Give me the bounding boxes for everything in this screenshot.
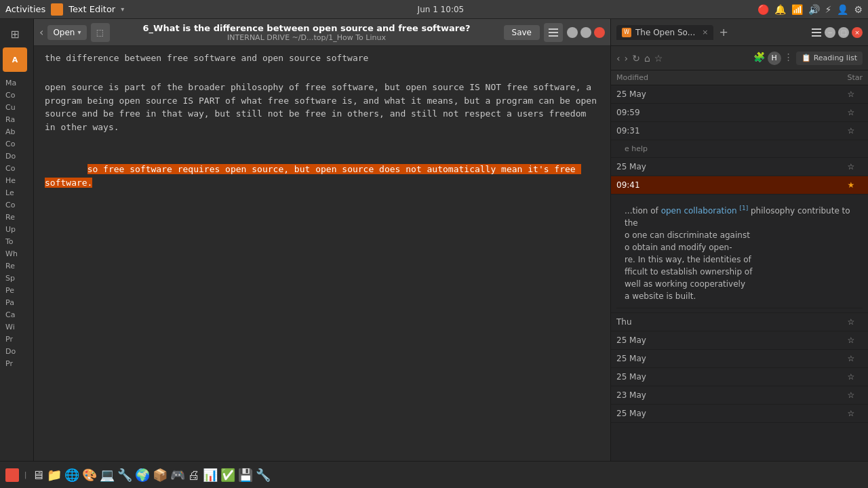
open-button[interactable]: Open ▾ (47, 25, 86, 40)
minimize-button[interactable]: − (567, 27, 578, 38)
taskbar-start-icon[interactable] (5, 468, 19, 482)
article-link[interactable]: open collaboration (661, 206, 737, 216)
table-cell-star[interactable]: ☆ (842, 331, 868, 350)
star-icon[interactable]: ☆ (847, 89, 854, 99)
maximize-button[interactable]: □ (580, 27, 591, 38)
refresh-button[interactable]: ↻ (632, 53, 640, 64)
table-cell-star[interactable]: ☆ (842, 85, 868, 104)
tray-icon-settings[interactable]: ⚙ (854, 4, 863, 15)
table-cell-star[interactable]: ☆ (842, 350, 868, 368)
sidebar-item-23[interactable]: Pr (3, 358, 31, 369)
back-nav-button[interactable]: ‹ (616, 53, 620, 64)
reading-list-button[interactable]: 📋 Reading list (796, 52, 863, 65)
sidebar-item-0[interactable]: Ma (3, 77, 31, 89)
star-icon[interactable]: ☆ (847, 390, 854, 400)
sidebar-item-19[interactable]: Ca (3, 309, 31, 321)
table-cell-star[interactable]: ☆ (842, 405, 868, 423)
star-icon[interactable]: ☆ (847, 317, 854, 327)
table-cell-star[interactable] (842, 140, 868, 158)
tray-icon-4[interactable]: 🔊 (808, 4, 820, 15)
star-icon[interactable]: ☆ (847, 126, 854, 136)
browser-tab-close-button[interactable]: × (702, 28, 708, 37)
taskbar-icon-folder[interactable]: 📁 (47, 468, 62, 482)
browser-maximize-button[interactable]: □ (838, 27, 849, 38)
forward-nav-button[interactable]: › (625, 53, 629, 64)
star-icon[interactable]: ☆ (847, 162, 854, 171)
table-cell-star[interactable]: ☆ (842, 158, 868, 176)
star-icon[interactable]: ☆ (847, 409, 854, 418)
recent-files-button[interactable]: ⬚ (91, 23, 110, 42)
star-icon[interactable]: ☆ (847, 354, 854, 363)
table-cell-star[interactable]: ☆ (842, 104, 868, 122)
bookmark-star-icon[interactable]: ☆ (654, 53, 663, 64)
sidebar-grid-icon[interactable]: ⊞ (3, 22, 27, 46)
taskbar-icon-globe[interactable]: 🌍 (135, 468, 150, 482)
browser-tab[interactable]: W The Open So... × (616, 25, 713, 40)
tray-icon-2[interactable]: 🔔 (774, 4, 786, 15)
sidebar-item-11[interactable]: Re (3, 211, 31, 223)
taskbar-icon-paint[interactable]: 🎨 (82, 468, 97, 482)
sidebar-item-7[interactable]: Co (3, 163, 31, 174)
sidebar-item-21[interactable]: Pr (3, 333, 31, 345)
sidebar-item-1[interactable]: Co (3, 89, 31, 101)
home-button[interactable]: ⌂ (644, 53, 650, 64)
browser-close-button[interactable]: × (852, 27, 863, 38)
taskbar-icon-browser[interactable]: 🌐 (64, 468, 79, 482)
sidebar-item-6[interactable]: Do (3, 150, 31, 162)
sidebar-item-20[interactable]: Wi (3, 321, 31, 333)
sidebar-item-8[interactable]: He (3, 175, 31, 186)
star-icon[interactable]: ☆ (847, 372, 854, 382)
sidebar-item-18[interactable]: Pa (3, 297, 31, 308)
sidebar-item-5[interactable]: Co (3, 138, 31, 150)
taskbar-icon-tools[interactable]: 🔧 (117, 468, 132, 482)
tray-icon-user[interactable]: 👤 (837, 4, 848, 15)
taskbar-icon-save[interactable]: 💾 (238, 468, 253, 482)
sidebar-item-4[interactable]: Ab (3, 126, 31, 138)
sidebar-item-22[interactable]: Do (3, 346, 31, 357)
table-cell-star-active[interactable]: ★ (842, 176, 868, 195)
table-cell-star[interactable]: ☆ (842, 313, 868, 331)
new-tab-button[interactable]: + (719, 26, 728, 39)
taskbar-icon-terminal[interactable]: 💻 (100, 468, 115, 482)
editor-menu-button[interactable] (544, 23, 563, 42)
table-cell-star[interactable]: ☆ (842, 122, 868, 140)
tray-icon-5[interactable]: ⚡ (825, 4, 832, 15)
star-icon[interactable]: ☆ (847, 108, 854, 117)
sidebar-item-10[interactable]: Co (3, 199, 31, 211)
sidebar-item-15[interactable]: Re (3, 260, 31, 272)
back-button[interactable]: ‹ (39, 26, 43, 39)
sidebar-item-13[interactable]: To (3, 236, 31, 247)
browser-minimize-button[interactable]: − (825, 27, 835, 38)
taskbar-icon-game[interactable]: 🎮 (170, 468, 185, 482)
sidebar-item-3[interactable]: Ra (3, 114, 31, 125)
table-cell-star[interactable]: ☆ (842, 368, 868, 386)
sidebar-item-16[interactable]: Sp (3, 272, 31, 284)
editor-content[interactable]: the difference between free software and… (34, 46, 610, 469)
sidebar-item-9[interactable]: Le (3, 187, 31, 199)
taskbar-icon-chart[interactable]: 📊 (203, 468, 218, 482)
star-icon[interactable]: ☆ (847, 336, 854, 345)
sidebar-app-icon[interactable]: A (3, 47, 27, 72)
sidebar-item-14[interactable]: Wh (3, 248, 31, 260)
taskbar-icon-config[interactable]: 🔧 (256, 468, 271, 482)
sidebar-item-2[interactable]: Cu (3, 102, 31, 113)
browser-hamburger-button[interactable] (811, 27, 822, 38)
sidebar-item-12[interactable]: Up (3, 224, 31, 235)
more-options-icon[interactable]: ⋮ (784, 52, 793, 65)
taskbar-icon-check[interactable]: ✅ (220, 468, 235, 482)
save-button[interactable]: Save (504, 25, 540, 40)
taskbar-icon-files[interactable]: 🖥 (32, 468, 44, 482)
activities-button[interactable]: Activities (5, 4, 45, 14)
taskbar-icon-package[interactable]: 📦 (153, 468, 167, 482)
extensions-icon[interactable]: 🧩 (753, 52, 765, 65)
app-title[interactable]: Text Editor (68, 4, 115, 14)
profile-icon[interactable]: H (768, 52, 781, 65)
tray-icon-1[interactable]: 🔴 (757, 4, 769, 15)
star-icon-active[interactable]: ★ (847, 180, 854, 190)
close-button[interactable]: × (594, 27, 605, 38)
taskbar-icon-print[interactable]: 🖨 (188, 468, 200, 482)
sidebar-item-17[interactable]: Pe (3, 285, 31, 296)
table-cell-star[interactable]: ☆ (842, 386, 868, 405)
app-menu-arrow[interactable]: ▾ (121, 5, 124, 13)
tray-icon-3[interactable]: 📶 (791, 4, 803, 15)
